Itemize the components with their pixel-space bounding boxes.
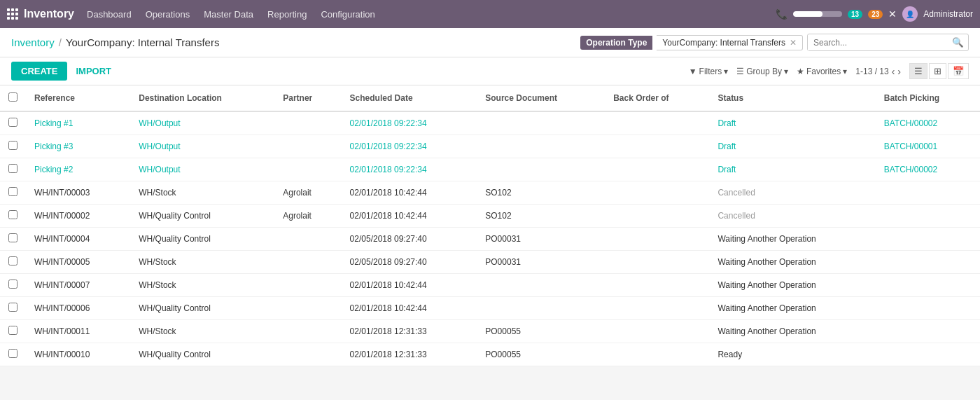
cell-status: Draft [709,111,875,135]
row-checkbox[interactable] [8,303,18,312]
row-checkbox[interactable] [8,164,18,173]
cell-reference: WH/INT/00006 [26,297,130,320]
batch-picking-link[interactable]: BATCH/00001 [884,142,937,151]
filters-chevron: ▾ [724,67,728,76]
nav-dashboard[interactable]: Dashboard [87,9,132,20]
table-header-row: Reference Destination Location Partner S… [0,85,980,111]
top-navbar: Inventory Dashboard Operations Master Da… [0,0,980,28]
cell-status: Waiting Another Operation [709,228,875,251]
cell-source-doc [477,297,605,320]
cell-status: Cancelled [709,181,875,205]
row-checkbox[interactable] [8,326,18,335]
col-status: Status [709,85,875,111]
filters-button[interactable]: ▼ Filters ▾ [689,67,729,76]
app-brand[interactable]: Inventory [7,8,74,20]
col-reference: Reference [26,85,130,111]
nav-configuration[interactable]: Configuration [321,9,374,20]
pagination-next[interactable]: › [897,66,901,77]
table-row: WH/INT/00004WH/Quality Control02/05/2018… [0,228,980,251]
dest-location-link[interactable]: WH/Output [139,142,180,151]
cell-back-order [605,274,709,297]
cell-source-doc: PO00031 [477,251,605,274]
reference-link[interactable]: Picking #3 [34,142,73,151]
table-row: WH/INT/00006WH/Quality Control02/01/2018… [0,297,980,320]
reference-link[interactable]: Picking #1 [34,118,73,128]
status-badge: Waiting Another Operation [718,257,816,267]
cell-back-order [605,251,709,274]
row-checkbox-cell [0,135,26,158]
view-buttons: ☰ ⊞ 📅 [909,63,969,79]
scheduled-date-link[interactable]: 02/01/2018 09:22:34 [350,142,427,151]
cell-dest-location: WH/Quality Control [130,228,274,251]
badge-activities[interactable]: 23 [868,10,883,19]
cell-partner [274,274,341,297]
transfers-table: Reference Destination Location Partner S… [0,85,980,366]
row-checkbox[interactable] [8,210,18,219]
cell-status: Cancelled [709,205,875,228]
cell-batch-picking [876,297,980,320]
badge-messages[interactable]: 13 [848,10,862,19]
op-type-close[interactable]: ✕ [790,38,797,48]
nav-master-data[interactable]: Master Data [204,9,253,20]
op-type-value: YourCompany: Internal Transfers ✕ [657,35,803,50]
dest-location-link[interactable]: WH/Output [139,118,180,128]
cell-back-order [605,181,709,205]
favorites-button[interactable]: ★ Favorites ▾ [797,67,847,76]
navbar-right: 📞 13 23 ✕ 👤 Administrator [776,6,973,22]
cell-reference: WH/INT/00004 [26,228,130,251]
row-checkbox[interactable] [8,141,18,150]
status-badge: Waiting Another Operation [718,234,816,244]
username[interactable]: Administrator [923,9,973,19]
cell-source-doc [477,135,605,158]
kanban-view-button[interactable]: ⊞ [929,63,946,79]
batch-picking-link[interactable]: BATCH/00002 [884,118,937,128]
nav-operations[interactable]: Operations [146,9,190,20]
pagination-prev[interactable]: ‹ [892,66,895,77]
nav-links: Dashboard Operations Master Data Reporti… [87,9,770,20]
dest-location-link[interactable]: WH/Output [139,165,180,174]
calendar-view-button[interactable]: 📅 [948,63,969,79]
cell-dest-location: WH/Stock [130,181,274,205]
row-checkbox[interactable] [8,280,18,289]
row-checkbox[interactable] [8,187,18,196]
nav-reporting[interactable]: Reporting [267,9,307,20]
cell-scheduled-date: 02/01/2018 09:22:34 [342,158,477,181]
breadcrumb-current: YourCompany: Internal Transfers [66,36,220,48]
scheduled-date-link[interactable]: 02/01/2018 09:22:34 [350,118,427,128]
cell-dest-location: WH/Stock [130,251,274,274]
row-checkbox[interactable] [8,233,18,242]
import-button[interactable]: IMPORT [73,62,114,81]
status-badge: Waiting Another Operation [718,303,816,313]
col-batch-picking: Batch Picking [876,85,980,111]
cell-batch-picking [876,251,980,274]
list-view-button[interactable]: ☰ [909,63,927,79]
row-checkbox[interactable] [8,256,18,265]
close-icon[interactable]: ✕ [888,8,897,20]
cell-reference: WH/INT/00002 [26,205,130,228]
group-by-button[interactable]: ☰ Group By ▾ [736,67,788,76]
scheduled-date-link[interactable]: 02/01/2018 09:22:34 [350,165,427,174]
cell-reference: Picking #3 [26,135,130,158]
row-checkbox[interactable] [8,349,18,358]
cell-dest-location: WH/Output [130,135,274,158]
batch-picking-link[interactable]: BATCH/00002 [884,165,937,174]
row-checkbox-cell [0,274,26,297]
select-all-header[interactable] [0,85,26,111]
brand-name: Inventory [24,8,74,20]
search-button[interactable]: 🔍 [948,34,968,50]
cell-batch-picking: BATCH/00002 [876,111,980,135]
status-badge: Cancelled [718,211,755,221]
create-button[interactable]: CREATE [11,62,67,81]
search-input[interactable] [808,35,948,50]
reference-link[interactable]: Picking #2 [34,165,73,174]
cell-back-order [605,297,709,320]
select-all-checkbox[interactable] [8,92,18,102]
cell-partner [274,251,341,274]
apps-icon[interactable] [7,8,18,20]
table-row: WH/INT/00010WH/Quality Control02/01/2018… [0,343,980,366]
cell-scheduled-date: 02/01/2018 10:42:44 [342,297,477,320]
row-checkbox[interactable] [8,118,18,127]
phone-icon[interactable]: 📞 [776,8,788,20]
cell-source-doc [477,111,605,135]
breadcrumb-root[interactable]: Inventory [11,36,55,48]
